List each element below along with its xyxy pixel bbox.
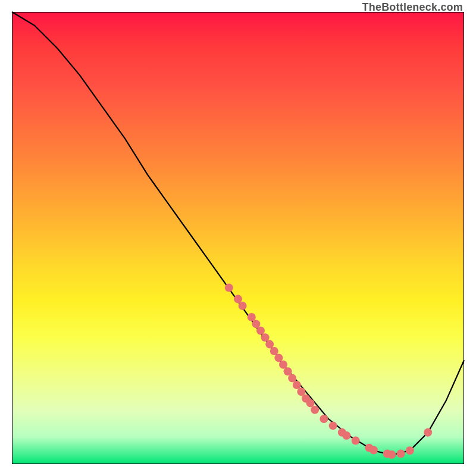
data-point — [352, 436, 360, 444]
data-point — [369, 446, 378, 454]
data-point — [406, 446, 414, 455]
data-point — [288, 374, 296, 383]
data-point — [397, 450, 405, 458]
data-point — [225, 284, 233, 292]
data-point — [297, 387, 305, 396]
bottleneck-curve — [12, 12, 464, 455]
data-point — [252, 320, 260, 328]
data-point — [279, 361, 287, 369]
data-point — [293, 381, 301, 389]
curve-layer — [12, 12, 464, 464]
data-point — [387, 450, 396, 459]
chart-container: TheBottleneck.com — [0, 0, 476, 476]
data-point — [265, 340, 274, 349]
data-point — [256, 327, 265, 335]
data-point — [239, 302, 247, 310]
data-point — [248, 313, 256, 321]
highlighted-points — [225, 284, 432, 459]
data-point — [234, 295, 242, 303]
data-point — [320, 415, 328, 423]
data-point — [329, 421, 337, 430]
data-point — [311, 406, 319, 414]
data-point — [274, 353, 283, 362]
data-point — [424, 428, 432, 437]
data-point — [261, 333, 270, 342]
plot-area — [12, 12, 464, 464]
data-point — [284, 367, 292, 375]
data-point — [270, 347, 278, 355]
data-point — [342, 431, 350, 440]
data-point — [306, 399, 315, 407]
